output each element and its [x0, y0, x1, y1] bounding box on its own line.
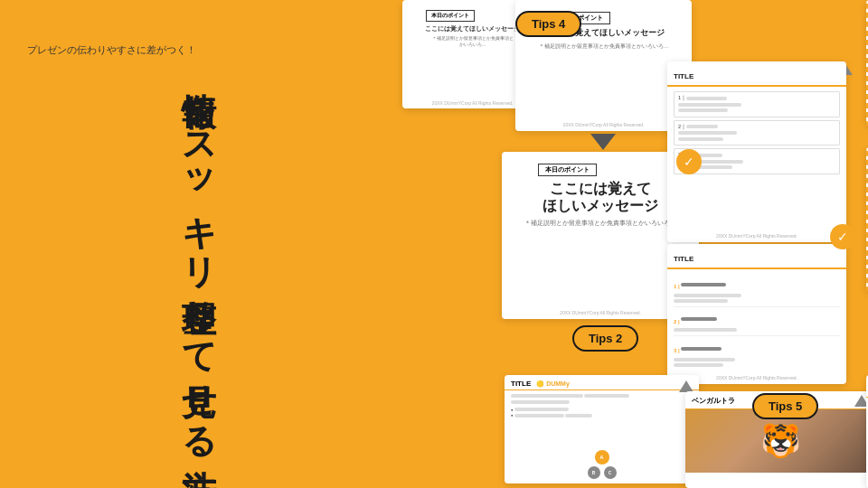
card5-title: TITLE	[511, 380, 531, 388]
left-title: 情報をスッキリ整理して見せる方法	[27, 66, 217, 446]
card4-num3: 3 |	[674, 348, 681, 353]
card3-item2: 2｜	[678, 124, 835, 130]
card3-title: TITLE	[674, 72, 693, 80]
card-title-box3: 本日のポイント	[538, 164, 597, 176]
check-icon-1: ✓	[676, 149, 702, 174]
card-main-text3: ここには覚えてほしいメッセージ	[511, 180, 690, 214]
card-sub-text2: ＊補足説明とか留意事項とか免責事項とかいろいろ…	[524, 42, 683, 50]
animal-card-title: ベンガルトラ	[692, 396, 735, 406]
slide-card-right-bottom: TITLE 1 | 2 | 3 |	[667, 244, 846, 384]
card4-title: TITLE	[674, 255, 693, 263]
tips5-badge: Tips 5	[752, 393, 818, 419]
card3-item1-desc	[678, 102, 835, 114]
right-panel: 本日のポイント ここには覚えてほしいメッセージ ＊補足説明とか留意事項とか免責事…	[235, 0, 868, 488]
card5-diagram: A B C	[588, 450, 617, 479]
left-subtitle: プレゼンの伝わりやすさに差がつく！	[27, 42, 217, 59]
card5-dummy-logo: 🟡 DUMMy	[536, 380, 570, 388]
card3-item3: 3｜	[678, 152, 835, 158]
card4-desc2	[674, 328, 840, 333]
check-icon-2: ✓	[830, 224, 855, 249]
card3-footer: 20XX DUmmYCorp All Rights Reserved.	[667, 233, 846, 239]
card4-num1: 1 |	[674, 284, 681, 289]
card4-desc3	[674, 357, 840, 369]
card4-desc1	[674, 293, 840, 305]
left-panel: プレゼンの伝わりやすさに差がつく！ 情報をスッキリ整理して見せる方法	[0, 0, 235, 488]
card5-list: ● ●	[511, 408, 693, 420]
arrow-down-1	[590, 134, 616, 150]
tips4-badge: Tips 4	[515, 11, 581, 37]
tips2-badge: Tips 2	[572, 325, 638, 352]
card3-item1: 1｜	[678, 95, 835, 101]
card3-item3-desc	[678, 159, 835, 171]
card-footer2: 20XX DUmmYCorp All Rights Reserved.	[515, 122, 692, 127]
card5-content	[511, 393, 693, 406]
card-title-box: 本日のポイント	[426, 10, 475, 22]
card-sub-text3: ＊補足説明とか留意事項とか免責事項とかいろいろ…	[511, 219, 690, 227]
card3-item2-desc	[678, 131, 835, 143]
card4-num2: 2 |	[674, 319, 681, 324]
slide-card-bottom-center: TITLE 🟡 DUMMy ● ● A B C	[505, 375, 699, 483]
